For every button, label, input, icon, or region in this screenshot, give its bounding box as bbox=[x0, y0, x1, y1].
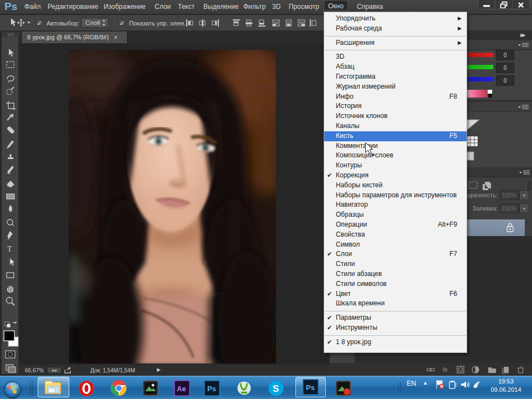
svg-text:T: T bbox=[7, 245, 12, 253]
svg-text:Ae: Ae bbox=[177, 385, 186, 393]
svg-text:fx: fx bbox=[443, 366, 448, 373]
svg-text:Ps: Ps bbox=[306, 383, 315, 392]
svg-text:S: S bbox=[273, 383, 279, 394]
svg-text:Ps: Ps bbox=[207, 385, 216, 393]
